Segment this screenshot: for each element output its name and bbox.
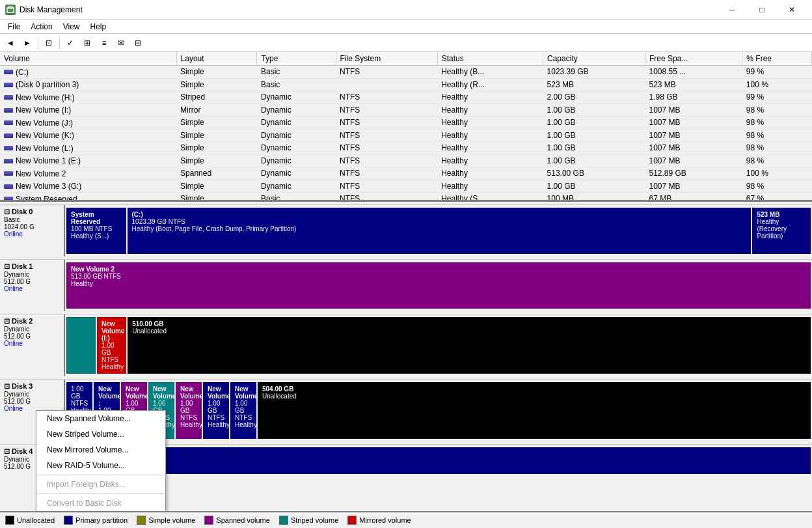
table-row[interactable]: New Volume 3 (G:) Simple Dynamic NTFS He… bbox=[0, 180, 812, 193]
col-free[interactable]: Free Spa... bbox=[645, 52, 742, 66]
table-row[interactable]: New Volume (K:) Simple Dynamic NTFS Heal… bbox=[0, 129, 812, 142]
cell-status: Healthy bbox=[437, 91, 543, 104]
table-row[interactable]: (C:) Simple Basic NTFS Healthy (B... 102… bbox=[0, 66, 812, 79]
table-row[interactable]: New Volume (H:) Striped Dynamic NTFS Hea… bbox=[0, 91, 812, 104]
volume-list-panel: Volume Layout Type File System Status Ca… bbox=[0, 52, 812, 202]
cell-layout: Simple bbox=[176, 154, 257, 167]
toolbar-settings[interactable]: ⊟ bbox=[130, 36, 146, 50]
disk-2-vol-i[interactable]: New Volume (I:) 1.00 GB NTFS Healthy bbox=[97, 317, 126, 374]
cell-capacity: 1.00 GB bbox=[543, 104, 645, 117]
legend-label-primary: Primary partition bbox=[75, 516, 128, 524]
legend-color-simple bbox=[137, 516, 146, 525]
cell-fs: NTFS bbox=[336, 193, 437, 202]
legend-color-mirrored bbox=[347, 516, 357, 525]
disk-3-vol-6[interactable]: New Volume 1.00 GB NTFS Healthy bbox=[203, 382, 229, 439]
table-row[interactable]: New Volume (J:) Simple Dynamic NTFS Heal… bbox=[0, 117, 812, 130]
ctx-new-raid5[interactable]: New RAID-5 Volume... bbox=[36, 458, 165, 473]
disk-1-status: Online bbox=[4, 285, 60, 292]
disk-0-vol-recovery[interactable]: 523 MB Healthy (Recovery Partition) bbox=[752, 208, 811, 254]
cell-pct: 98 % bbox=[742, 154, 812, 167]
disk-1-name: ⊡ Disk 1 bbox=[4, 262, 60, 271]
col-fs[interactable]: File System bbox=[336, 52, 437, 66]
legend-simple: Simple volume bbox=[137, 516, 195, 525]
cell-free: 1007 MB bbox=[645, 142, 742, 155]
disk-2-status: Online bbox=[4, 340, 60, 347]
cell-status: Healthy bbox=[437, 180, 543, 193]
cell-type: Dynamic bbox=[257, 129, 336, 142]
col-volume[interactable]: Volume bbox=[0, 52, 176, 66]
disk-4-volumes bbox=[65, 445, 812, 477]
cell-volume: New Volume (K:) bbox=[0, 129, 176, 142]
ctx-new-mirrored[interactable]: New Mirrored Volume... bbox=[36, 442, 165, 458]
col-status[interactable]: Status bbox=[437, 52, 543, 66]
menu-help[interactable]: Help bbox=[85, 21, 112, 32]
col-pct[interactable]: % Free bbox=[742, 52, 812, 66]
cell-capacity: 523 MB bbox=[543, 78, 645, 91]
cell-layout: Simple bbox=[176, 142, 257, 155]
cell-layout: Simple bbox=[176, 117, 257, 130]
app-title: Disk Management bbox=[20, 5, 83, 14]
disk-row-2: ⊡ Disk 2 Dynamic 512.00 G Online New Vol… bbox=[0, 314, 812, 376]
close-button[interactable]: ✕ bbox=[777, 0, 807, 20]
table-row[interactable]: New Volume (L:) Simple Dynamic NTFS Heal… bbox=[0, 142, 812, 155]
legend-spanned: Spanned volume bbox=[204, 516, 270, 525]
disk-3-vol-5[interactable]: New Volume 1.00 GB NTFS Healthy bbox=[176, 382, 202, 439]
toolbar-forward[interactable]: ► bbox=[20, 36, 35, 50]
legend-bar: Unallocated Primary partition Simple vol… bbox=[0, 511, 812, 528]
toolbar-up[interactable]: ⊡ bbox=[41, 36, 57, 50]
col-type[interactable]: Type bbox=[257, 52, 336, 66]
cell-pct: 100 % bbox=[742, 167, 812, 180]
disk-4-vol[interactable] bbox=[66, 447, 811, 474]
table-row[interactable]: New Volume 1 (E:) Simple Dynamic NTFS He… bbox=[0, 154, 812, 167]
cell-free: 1008.55 ... bbox=[645, 66, 742, 79]
cell-type: Basic bbox=[257, 66, 336, 79]
cell-free: 1007 MB bbox=[645, 129, 742, 142]
disk-3-unalloc[interactable]: 504.00 GB Unallocated bbox=[258, 382, 811, 439]
cell-layout: Simple bbox=[176, 193, 257, 202]
disk-1-volumes: New Volume 2 513.00 GB NTFS Healthy bbox=[65, 260, 812, 311]
minimize-button[interactable]: ─ bbox=[717, 0, 747, 20]
disk-1-vol-newvol2[interactable]: New Volume 2 513.00 GB NTFS Healthy bbox=[66, 262, 811, 309]
col-capacity[interactable]: Capacity bbox=[543, 52, 645, 66]
cell-volume: (Disk 0 partition 3) bbox=[0, 78, 176, 91]
cell-free: 1007 MB bbox=[645, 180, 742, 193]
menu-action[interactable]: Action bbox=[25, 21, 57, 32]
cell-pct: 98 % bbox=[742, 104, 812, 117]
context-menu: New Spanned Volume... New Striped Volume… bbox=[36, 410, 166, 511]
cell-type: Basic bbox=[257, 193, 336, 202]
cell-capacity: 1.00 GB bbox=[543, 154, 645, 167]
disk-row-0: ⊡ Disk 0 Basic 1024.00 G Online System R… bbox=[0, 204, 812, 257]
toolbar-back[interactable]: ◄ bbox=[3, 36, 18, 50]
table-row[interactable]: New Volume 2 Spanned Dynamic NTFS Health… bbox=[0, 167, 812, 180]
col-layout[interactable]: Layout bbox=[176, 52, 257, 66]
toolbar-help[interactable]: ≡ bbox=[96, 36, 112, 50]
legend-label-unallocated: Unallocated bbox=[17, 516, 55, 524]
cell-layout: Spanned bbox=[176, 167, 257, 180]
cell-status: Healthy bbox=[437, 117, 543, 130]
ctx-new-spanned[interactable]: New Spanned Volume... bbox=[36, 411, 165, 426]
cell-fs: NTFS bbox=[336, 154, 437, 167]
toolbar-refresh[interactable]: ✓ bbox=[62, 36, 78, 50]
disk-3-vol-7[interactable]: New Volume 1.00 GB NTFS Healthy bbox=[230, 382, 256, 439]
disk-2-vol-teal[interactable] bbox=[66, 317, 96, 374]
ctx-new-striped[interactable]: New Striped Volume... bbox=[36, 426, 165, 442]
cell-type: Dynamic bbox=[257, 117, 336, 130]
toolbar-export[interactable]: ✉ bbox=[113, 36, 129, 50]
cell-fs: NTFS bbox=[336, 104, 437, 117]
table-row[interactable]: New Volume (I:) Mirror Dynamic NTFS Heal… bbox=[0, 104, 812, 117]
disk-0-vol-sysres[interactable]: System Reserved 100 MB NTFS Healthy (S..… bbox=[66, 208, 126, 254]
disk-view-panel: ⊡ Disk 0 Basic 1024.00 G Online System R… bbox=[0, 202, 812, 511]
disk-2-unalloc[interactable]: 510.00 GB Unallocated bbox=[128, 317, 811, 374]
maximize-button[interactable]: □ bbox=[747, 0, 777, 20]
cell-volume: New Volume (L:) bbox=[0, 142, 176, 155]
disk-0-vol-c[interactable]: (C:) 1023.39 GB NTFS Healthy (Boot, Page… bbox=[128, 208, 751, 254]
cell-capacity: 1.00 GB bbox=[543, 142, 645, 155]
cell-capacity: 513.00 GB bbox=[543, 167, 645, 180]
menu-view[interactable]: View bbox=[58, 21, 85, 32]
toolbar-properties[interactable]: ⊞ bbox=[79, 36, 95, 50]
legend-color-spanned bbox=[204, 516, 213, 525]
cell-pct: 98 % bbox=[742, 117, 812, 130]
table-row[interactable]: System Reserved Simple Basic NTFS Health… bbox=[0, 193, 812, 202]
menu-file[interactable]: File bbox=[3, 21, 25, 32]
table-row[interactable]: (Disk 0 partition 3) Simple Basic Health… bbox=[0, 78, 812, 91]
